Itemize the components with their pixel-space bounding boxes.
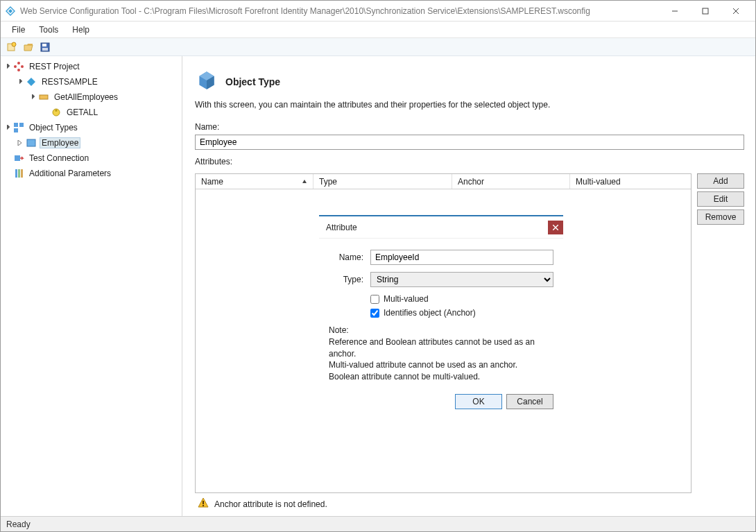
svg-rect-31 bbox=[203, 505, 204, 506]
tree-label: RESTSAMPLE bbox=[40, 76, 100, 87]
multivalued-checkbox[interactable] bbox=[370, 295, 379, 304]
edit-button[interactable]: Edit bbox=[697, 191, 744, 207]
anchor-label: Identifies object (Anchor) bbox=[384, 308, 476, 318]
open-icon[interactable] bbox=[22, 40, 35, 54]
tree-additional-params[interactable]: Additional Parameters bbox=[1, 166, 182, 181]
grid-header: Name Type Anchor Multi-valued bbox=[196, 174, 691, 189]
svg-rect-20 bbox=[19, 123, 24, 127]
remove-button[interactable]: Remove bbox=[697, 209, 744, 225]
panel-description: With this screen, you can maintain the a… bbox=[195, 100, 744, 110]
title-bar: Web Service Configuration Tool - C:\Prog… bbox=[1, 1, 755, 22]
column-anchor[interactable]: Anchor bbox=[452, 174, 570, 189]
save-icon[interactable] bbox=[38, 40, 52, 54]
method-icon bbox=[51, 107, 62, 118]
note-line: Reference and Boolean attributes cannot … bbox=[329, 336, 553, 360]
tree-label: Employee bbox=[40, 137, 80, 148]
test-connection-icon bbox=[13, 153, 24, 164]
spacer bbox=[3, 169, 12, 178]
status-text: Ready bbox=[6, 520, 31, 529]
tree-rest-project[interactable]: REST Project bbox=[1, 59, 182, 74]
menu-bar: File Tools Help bbox=[1, 22, 755, 38]
column-label: Type bbox=[319, 177, 337, 187]
column-label: Anchor bbox=[458, 177, 484, 187]
attribute-dialog: Attribute Name: Type: String Multi-value… bbox=[319, 215, 563, 416]
spacer bbox=[3, 154, 12, 162]
svg-point-14 bbox=[21, 65, 24, 68]
sort-asc-icon bbox=[302, 177, 307, 187]
svg-rect-23 bbox=[15, 155, 20, 161]
warning-text: Anchor attribute is not defined. bbox=[214, 499, 327, 509]
column-name[interactable]: Name bbox=[196, 174, 313, 189]
object-type-header-icon bbox=[195, 69, 218, 94]
attr-type-select[interactable]: String bbox=[370, 272, 553, 287]
app-logo-icon bbox=[5, 6, 16, 17]
spacer bbox=[41, 108, 49, 117]
note-line: Boolean attribute cannot be multi-valued… bbox=[329, 371, 553, 383]
parameters-icon bbox=[13, 168, 24, 179]
warning-row: Anchor attribute is not defined. bbox=[195, 493, 744, 512]
column-label: Name bbox=[201, 177, 223, 187]
minimize-button[interactable] bbox=[660, 1, 690, 21]
svg-rect-26 bbox=[21, 169, 23, 178]
tree-restsample[interactable]: RESTSAMPLE bbox=[13, 74, 182, 89]
object-types-icon bbox=[13, 122, 24, 133]
note-title: Note: bbox=[329, 325, 553, 336]
svg-rect-10 bbox=[42, 44, 46, 46]
svg-rect-11 bbox=[42, 48, 48, 51]
svg-rect-22 bbox=[27, 139, 35, 146]
close-button[interactable] bbox=[721, 1, 751, 21]
tree-label: Object Types bbox=[27, 122, 80, 133]
navigation-tree: REST Project RESTSAMPLE bbox=[1, 56, 182, 516]
tree-getallemployees[interactable]: GetAllEmployees bbox=[26, 89, 182, 105]
tree-getall[interactable]: GETALL bbox=[38, 105, 182, 120]
attr-name-input[interactable] bbox=[370, 250, 553, 265]
maximize-button[interactable] bbox=[690, 1, 721, 21]
attributes-label: Attributes: bbox=[195, 157, 744, 166]
menu-tools[interactable]: Tools bbox=[32, 24, 65, 36]
new-project-icon[interactable] bbox=[5, 40, 19, 54]
tree-object-types[interactable]: Object Types bbox=[1, 120, 182, 135]
menu-file[interactable]: File bbox=[5, 24, 32, 36]
svg-rect-24 bbox=[15, 169, 17, 178]
attr-name-label: Name: bbox=[329, 252, 363, 262]
anchor-checkbox[interactable] bbox=[370, 309, 379, 318]
add-button[interactable]: Add bbox=[697, 173, 744, 189]
svg-point-8 bbox=[12, 42, 16, 46]
multivalued-label: Multi-valued bbox=[384, 294, 429, 304]
tree-label: GETALL bbox=[65, 107, 100, 118]
panel-title: Object Type bbox=[225, 76, 280, 87]
chevron-down-icon[interactable] bbox=[16, 78, 24, 86]
tree-label: Test Connection bbox=[27, 153, 91, 164]
chevron-right-icon[interactable] bbox=[16, 139, 24, 147]
tree-label: REST Project bbox=[27, 61, 81, 72]
status-bar: Ready bbox=[1, 516, 755, 531]
ok-button[interactable]: OK bbox=[455, 394, 502, 409]
svg-point-12 bbox=[14, 65, 17, 68]
column-multivalued[interactable]: Multi-valued bbox=[570, 174, 691, 189]
chevron-down-icon[interactable] bbox=[3, 62, 12, 71]
tree-test-connection[interactable]: Test Connection bbox=[1, 151, 182, 166]
cancel-button[interactable]: Cancel bbox=[506, 394, 553, 409]
tree-label: GetAllEmployees bbox=[52, 92, 120, 103]
column-label: Multi-valued bbox=[576, 177, 621, 187]
tree-label: Additional Parameters bbox=[27, 168, 113, 179]
warning-icon bbox=[198, 497, 209, 510]
window-title: Web Service Configuration Tool - C:\Prog… bbox=[20, 6, 660, 16]
svg-point-13 bbox=[17, 62, 20, 65]
menu-help[interactable]: Help bbox=[65, 24, 96, 36]
dialog-title: Attribute bbox=[326, 223, 357, 232]
svg-rect-25 bbox=[18, 169, 20, 178]
chevron-down-icon[interactable] bbox=[28, 93, 37, 101]
svg-rect-30 bbox=[203, 501, 204, 504]
dialog-close-button[interactable] bbox=[548, 221, 563, 234]
chevron-down-icon[interactable] bbox=[3, 123, 12, 132]
tree-employee[interactable]: Employee bbox=[13, 135, 182, 151]
object-name-input[interactable] bbox=[195, 135, 744, 150]
toolbar bbox=[1, 38, 755, 56]
svg-rect-19 bbox=[14, 123, 18, 127]
svg-rect-21 bbox=[14, 128, 18, 132]
name-label: Name: bbox=[195, 122, 744, 132]
column-type[interactable]: Type bbox=[313, 174, 452, 189]
service-icon bbox=[26, 76, 37, 87]
rest-project-icon bbox=[13, 61, 24, 72]
